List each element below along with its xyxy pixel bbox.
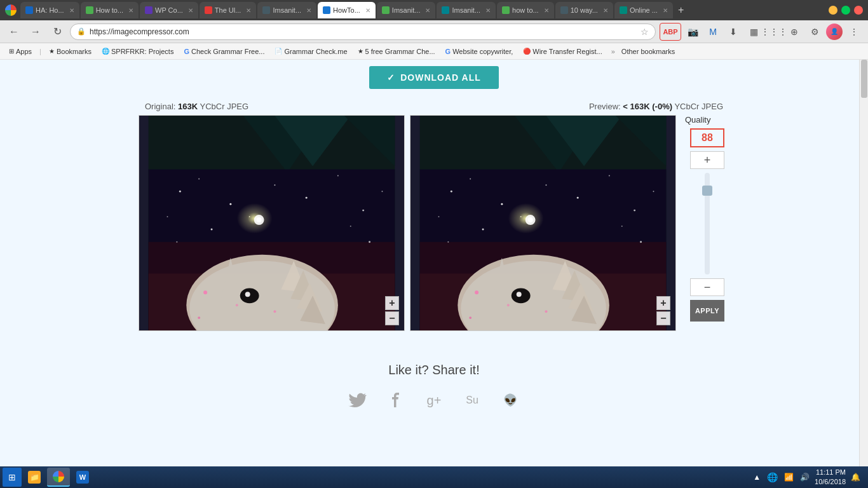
tray-arrow-icon[interactable]: ▲	[752, 471, 762, 483]
profile-avatar[interactable]: 👤	[826, 24, 843, 40]
refresh-button[interactable]: ↻	[48, 23, 66, 41]
svg-point-33	[203, 290, 207, 294]
adblock-button[interactable]: ABP	[660, 23, 681, 41]
tab5-close-icon[interactable]: ✕	[306, 7, 311, 14]
reddit-share-button[interactable]: 👽	[498, 388, 523, 413]
svg-point-14	[166, 216, 168, 217]
quality-minus-button[interactable]: −	[690, 278, 724, 296]
tab11-label: Online ...	[630, 6, 658, 14]
extension1-button[interactable]: M	[704, 23, 722, 41]
browser-tab-1[interactable]: HA: Ho... ✕	[20, 2, 79, 18]
minimize-button[interactable]: —	[829, 6, 837, 15]
stumbleupon-share-button[interactable]: Su	[459, 388, 485, 413]
tab4-label: The Ul...	[215, 6, 241, 14]
svg-point-50	[634, 210, 635, 212]
tab4-favicon-icon	[205, 6, 212, 14]
start-button[interactable]: ⊞	[3, 468, 22, 487]
more-bookmarks-button[interactable]: »	[611, 48, 615, 55]
menu-button[interactable]: ⋮	[845, 23, 863, 41]
googleplus-share-button[interactable]: g+	[421, 388, 447, 413]
bookmark-wire[interactable]: 🔴 Wire Transfer Regist...	[519, 46, 606, 57]
maximize-button[interactable]: □	[841, 6, 850, 15]
browser-tab-2[interactable]: How to... ✕	[81, 2, 139, 18]
tab8-close-icon[interactable]: ✕	[485, 7, 491, 14]
settings-button[interactable]: ⚙	[806, 23, 824, 41]
chrome-logo-icon	[5, 4, 17, 16]
twitter-share-button[interactable]	[345, 388, 370, 413]
preview-zoom-in-button[interactable]: +	[656, 296, 670, 310]
notification-icon[interactable]: 🔔	[850, 471, 862, 483]
bookmark-copywriter[interactable]: G Website copywriter,	[442, 46, 517, 57]
svg-point-45	[470, 178, 471, 179]
svg-point-51	[438, 216, 439, 217]
wifi-tray-icon[interactable]: 📶	[783, 471, 795, 483]
browser-tab-10[interactable]: 10 way... ✕	[555, 2, 613, 18]
download-all-button[interactable]: ✓ DOWNLOAD ALL	[369, 66, 499, 89]
preview-zoom-out-button[interactable]: −	[656, 311, 670, 325]
bookmarks-bar: ⊞ Apps | ★ Bookmarks 🌐 SPRFRKR: Projects…	[0, 43, 868, 60]
taskbar-tray: ▲ 🌐 📶 🔊 11:11 PM 10/6/2018 🔔	[752, 468, 865, 487]
new-tab-button[interactable]: +	[674, 4, 688, 16]
screenshot-button[interactable]: 📷	[684, 23, 702, 41]
original-zoom-in-button[interactable]: +	[385, 296, 399, 310]
bookmark-grammar2[interactable]: 📄 Grammar Check.me	[271, 46, 351, 57]
close-button[interactable]: ✕	[854, 6, 863, 15]
original-zoom-out-button[interactable]: −	[385, 311, 399, 325]
bookmark-sprfrkr[interactable]: 🌐 SPRFRKR: Projects	[98, 46, 177, 57]
back-button[interactable]: ←	[5, 23, 23, 41]
browser-tab-9[interactable]: how to... ✕	[497, 2, 554, 18]
quality-plus-button[interactable]: +	[690, 151, 724, 169]
tab10-favicon-icon	[560, 6, 568, 14]
tab2-favicon-icon	[86, 6, 93, 14]
browser-navbar: ← → ↻ 🔒 https://imagecompressor.com ☆ AB…	[0, 20, 868, 43]
browser-tab-5[interactable]: Imsanit... ✕	[257, 2, 316, 18]
bookmark-grammar3[interactable]: ★ 5 free Grammar Che...	[354, 46, 439, 57]
volume-icon[interactable]: 🔊	[799, 471, 811, 483]
bookmark-apps[interactable]: ⊞ Apps	[5, 46, 36, 57]
taskbar-chrome[interactable]	[47, 468, 70, 487]
page-scrollbar[interactable]	[859, 60, 868, 466]
extension2-button[interactable]: ▦	[745, 23, 763, 41]
preview-size: < 163K (-0%)	[623, 102, 672, 111]
tab2-close-icon[interactable]: ✕	[128, 7, 133, 14]
bookmark-grammar1-label: Check Grammar Free...	[191, 48, 265, 55]
bookmark-bookmarks[interactable]: ★ Bookmarks	[45, 46, 95, 57]
svg-point-36	[198, 316, 200, 319]
svg-point-65	[517, 292, 522, 297]
star-icon[interactable]: ☆	[641, 27, 649, 37]
facebook-share-button[interactable]	[383, 388, 409, 413]
tab4-close-icon[interactable]: ✕	[246, 7, 251, 14]
bookmark-bookmarks-label: Bookmarks	[57, 48, 92, 55]
quality-label: Quality	[685, 115, 710, 125]
tab9-close-icon[interactable]: ✕	[544, 7, 549, 14]
download-all-label: DOWNLOAD ALL	[400, 72, 481, 83]
forward-button[interactable]: →	[27, 23, 44, 41]
browser-tab-11[interactable]: Online ... ✕	[614, 2, 673, 18]
scrollbar-thumb[interactable]	[861, 60, 867, 98]
browser-tab-7[interactable]: Imsanit... ✕	[377, 2, 436, 18]
tab6-close-icon[interactable]: ✕	[365, 7, 370, 14]
tab3-close-icon[interactable]: ✕	[188, 7, 193, 14]
browser-tab-3[interactable]: WP Co... ✕	[140, 2, 198, 18]
tab7-close-icon[interactable]: ✕	[425, 7, 430, 14]
address-bar[interactable]: 🔒 https://imagecompressor.com ☆	[70, 24, 656, 40]
tab1-close-icon[interactable]: ✕	[69, 7, 74, 14]
taskbar-word[interactable]: W	[71, 468, 94, 487]
browser-tab-4[interactable]: The Ul... ✕	[200, 2, 257, 18]
download-button[interactable]: ⬇	[724, 23, 742, 41]
quality-slider-track[interactable]	[705, 173, 710, 274]
more-button[interactable]: ⋮⋮⋮	[765, 23, 783, 41]
network-icon[interactable]: 🌐	[766, 471, 779, 484]
facebook-icon	[386, 391, 405, 410]
tab10-close-icon[interactable]: ✕	[603, 7, 608, 14]
browser-tab-8[interactable]: Imsanit... ✕	[437, 2, 496, 18]
apply-button[interactable]: APPLY	[690, 300, 724, 322]
wifi-icon[interactable]: ⊕	[785, 23, 803, 41]
browser-tab-6[interactable]: HowTo... ✕	[318, 2, 376, 18]
bookmark-grammar1[interactable]: G Check Grammar Free...	[180, 46, 268, 57]
other-bookmarks[interactable]: Other bookmarks	[618, 46, 679, 57]
tab11-close-icon[interactable]: ✕	[663, 7, 668, 14]
apps-icon: ⊞	[9, 48, 14, 55]
taskbar-fileexplorer[interactable]: 📁	[23, 468, 46, 487]
quality-slider-thumb[interactable]	[702, 186, 712, 196]
